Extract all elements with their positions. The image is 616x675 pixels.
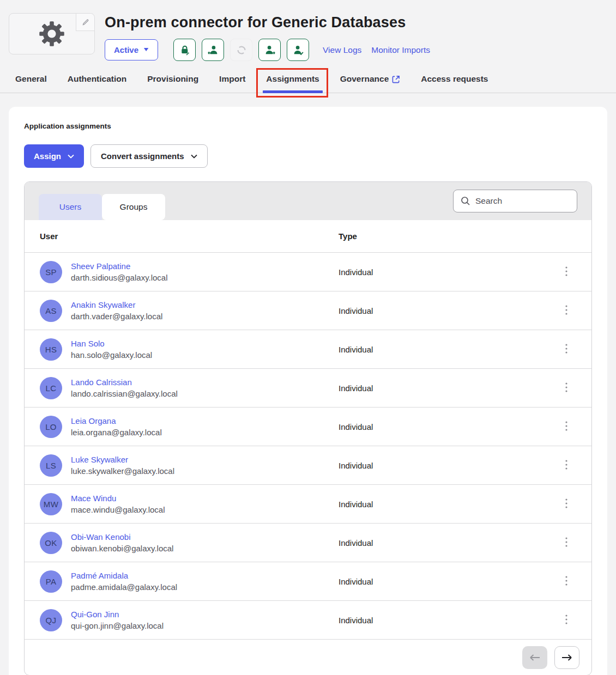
user-email: luke.skywalker@galaxy.local: [71, 466, 174, 476]
tab-assignments[interactable]: Assignments: [266, 73, 319, 93]
user-name-link[interactable]: Han Solo: [71, 339, 152, 348]
convert-assignments-label: Convert assignments: [101, 151, 184, 161]
row-actions-kebab-icon[interactable]: [561, 263, 572, 281]
view-tab-users[interactable]: Users: [39, 194, 102, 220]
status-dropdown-button[interactable]: Active: [105, 39, 158, 60]
user-name-link[interactable]: Mace Windu: [71, 494, 165, 503]
view-tab-groups[interactable]: Groups: [102, 194, 165, 220]
pagination: [25, 639, 591, 675]
monitor-imports-link[interactable]: Monitor Imports: [371, 45, 430, 55]
user-email: lando.calrissian@galaxy.local: [71, 389, 178, 398]
column-header-type: Type: [339, 232, 541, 241]
tab-label: Import: [219, 74, 245, 84]
column-header-user: User: [25, 232, 339, 241]
view-logs-link[interactable]: View Logs: [323, 45, 361, 55]
user-cell: PA Padmé Amidala padme.amidala@galaxy.lo…: [25, 570, 339, 593]
assignment-type: Individual: [339, 267, 541, 277]
assignment-type: Individual: [339, 306, 541, 315]
avatar: SP: [40, 261, 62, 283]
user-name-link[interactable]: Luke Skywalker: [71, 455, 174, 464]
user-name-link[interactable]: Padmé Amidala: [71, 571, 177, 580]
tab-import[interactable]: Import: [219, 73, 245, 93]
table-row: HS Han Solo han.solo@galaxy.local Indivi…: [25, 330, 591, 368]
avatar: LO: [40, 416, 62, 438]
tab-general[interactable]: General: [15, 73, 47, 93]
tab-label: General: [15, 74, 47, 84]
user-name-link[interactable]: Sheev Palpatine: [71, 262, 168, 271]
avatar-initials: OK: [45, 538, 57, 548]
avatar-initials: MW: [44, 500, 58, 509]
previous-page-button: [522, 646, 547, 669]
section-label: Application assignments: [24, 122, 592, 130]
avatar-initials: HS: [45, 345, 57, 354]
user-cell: LS Luke Skywalker luke.skywalker@galaxy.…: [25, 454, 339, 477]
row-actions-kebab-icon[interactable]: [561, 495, 572, 513]
avatar: HS: [40, 338, 62, 361]
avatar-initials: PA: [46, 577, 57, 586]
tab-provisioning[interactable]: Provisioning: [147, 73, 198, 93]
lock-edit-icon-button[interactable]: [173, 39, 196, 61]
assignment-type: Individual: [339, 345, 541, 354]
avatar-initials: LC: [46, 384, 57, 393]
user-name-link[interactable]: Anakin Skywalker: [71, 300, 162, 309]
pencil-icon: [82, 19, 89, 26]
widget-toolbar: UsersGroups: [25, 182, 591, 220]
table-row: QJ Qui-Gon Jinn qui-gon.jinn@galaxy.loca…: [25, 600, 591, 639]
row-actions-kebab-icon[interactable]: [561, 534, 572, 552]
avatar-initials: SP: [45, 267, 57, 277]
chevron-down-icon: [68, 154, 74, 159]
avatar-initials: LS: [46, 461, 56, 470]
row-actions-kebab-icon[interactable]: [561, 340, 572, 358]
row-actions-kebab-icon[interactable]: [561, 611, 572, 629]
convert-assignments-button[interactable]: Convert assignments: [90, 144, 208, 168]
avatar-initials: LO: [45, 422, 57, 431]
user-email: darth.sidious@galaxy.local: [71, 273, 168, 282]
person-arrow-right-icon-button[interactable]: [258, 39, 281, 61]
avatar: QJ: [40, 609, 62, 631]
assignment-type: Individual: [339, 616, 541, 625]
assign-button[interactable]: Assign: [24, 144, 84, 168]
avatar: LC: [40, 377, 62, 399]
avatar-initials: AS: [45, 306, 57, 315]
assignment-type: Individual: [339, 384, 541, 393]
tab-label: Access requests: [421, 74, 488, 84]
chevron-down-icon: [191, 154, 197, 159]
person-check-icon-button[interactable]: [287, 39, 309, 61]
user-name-link[interactable]: Leia Organa: [71, 416, 162, 425]
tab-access-requests[interactable]: Access requests: [421, 73, 488, 93]
user-email: padme.amidala@galaxy.local: [71, 582, 177, 592]
row-actions-kebab-icon[interactable]: [561, 302, 572, 320]
edit-logo-button[interactable]: [76, 14, 94, 31]
table-row: AS Anakin Skywalker darth.vader@galaxy.l…: [25, 291, 591, 330]
user-cell: SP Sheev Palpatine darth.sidious@galaxy.…: [25, 261, 339, 283]
tab-authentication[interactable]: Authentication: [68, 73, 127, 93]
row-actions-kebab-icon[interactable]: [561, 418, 572, 436]
user-name-link[interactable]: Lando Calrissian: [71, 378, 178, 387]
user-name-link[interactable]: Qui-Gon Jinn: [71, 610, 164, 619]
row-actions-kebab-icon[interactable]: [561, 573, 572, 591]
next-page-button[interactable]: [554, 646, 579, 669]
gear-icon: [38, 20, 66, 48]
person-arrow-left-icon-button[interactable]: [202, 39, 224, 61]
user-email: darth.vader@galaxy.local: [71, 312, 162, 321]
user-email: leia.organa@galaxy.local: [71, 428, 162, 437]
row-actions-kebab-icon[interactable]: [561, 457, 572, 475]
user-name-link[interactable]: Obi-Wan Kenobi: [71, 532, 173, 542]
tab-label: Authentication: [68, 74, 127, 84]
lock-edit-icon: [179, 44, 191, 56]
user-table-body: SP Sheev Palpatine darth.sidious@galaxy.…: [25, 252, 591, 639]
table-row: LC Lando Calrissian lando.calrissian@gal…: [25, 368, 591, 407]
app-tabs-bar: General Authentication Provisioning Impo…: [0, 61, 616, 93]
tab-governance[interactable]: Governance: [340, 73, 401, 93]
assignment-type: Individual: [339, 538, 541, 548]
user-cell: HS Han Solo han.solo@galaxy.local: [25, 338, 339, 361]
avatar: OK: [40, 532, 62, 554]
table-row: SP Sheev Palpatine darth.sidious@galaxy.…: [25, 252, 591, 291]
avatar: PA: [40, 570, 62, 593]
user-email: mace.windu@galaxy.local: [71, 505, 165, 514]
active-tab-underline: [263, 90, 322, 93]
search-input[interactable]: [475, 196, 568, 206]
row-actions-kebab-icon[interactable]: [561, 379, 572, 397]
assignment-type: Individual: [339, 461, 541, 470]
user-cell: AS Anakin Skywalker darth.vader@galaxy.l…: [25, 300, 339, 322]
